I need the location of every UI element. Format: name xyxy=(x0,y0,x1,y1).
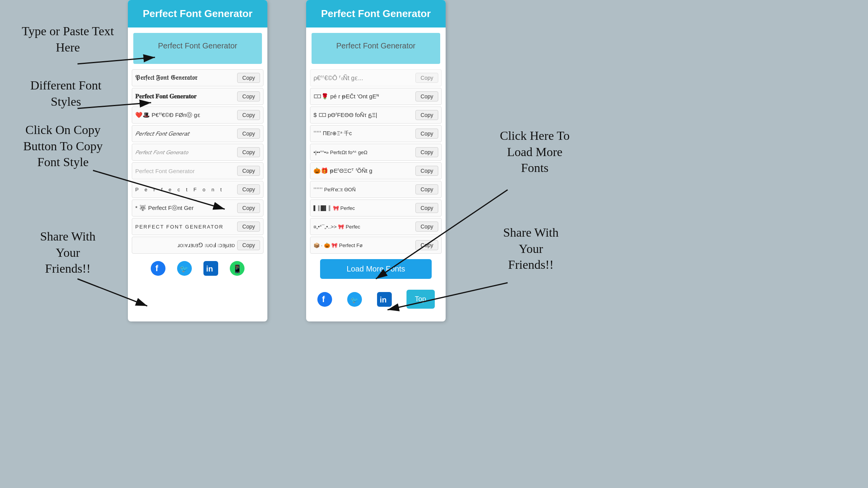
font-text-display: 🎃🎁 ᵽEᶠΘΞCᵀ ᶠÕÑt g xyxy=(313,167,413,174)
svg-text:f: f xyxy=(322,294,325,304)
table-row: 𝘗𝘦𝘳𝘧𝘦𝘤𝘵 𝘍𝘰𝘯𝘵 𝘎𝘦𝘯𝘦𝘳𝘢𝘵𝘰 Copy xyxy=(132,144,264,161)
copy-button[interactable]: Copy xyxy=(415,91,438,101)
table-row: ˈˈˈˈˈˈ PeЯ'e□τ ΘOÑ Copy xyxy=(310,181,442,198)
facebook-icon[interactable]: f xyxy=(150,261,166,276)
font-text-display: 𝐏𝐞𝐫𝐟𝐞𝐜𝐭 𝐅𝐨𝐧𝐭 𝐆𝐞𝐧𝐞𝐫𝐚𝐭𝐨𝐫 xyxy=(135,93,235,100)
annotation-click-copy: Click On CopyButton To CopyFont Style xyxy=(6,122,120,170)
linkedin-icon-right[interactable]: in xyxy=(377,292,392,307)
annotation-share-right: Share WithYourFriends!! xyxy=(477,225,585,273)
svg-text:📱: 📱 xyxy=(232,264,242,273)
linkedin-icon[interactable]: in xyxy=(203,261,219,276)
font-text-display: ▌║█▌║ 🎀 Perfec xyxy=(313,205,413,211)
table-row: 🀱🌹 pé r ᵽEČt 'Ont gEᴺ Copy xyxy=(310,88,442,105)
copy-button[interactable]: Copy xyxy=(415,129,438,139)
font-text-display: ¤„•°¯„•..>> 🎀 Perfec xyxy=(313,224,413,230)
copy-button[interactable]: Copy xyxy=(237,129,260,139)
font-text-display: PERFECT FONT GENERATOR xyxy=(135,224,235,230)
font-text-display: ˈˈˈˈˈ ΠΕr⊕Ξ̄ᵃ 千c xyxy=(313,130,413,137)
right-panel-header: Perfect Font Generator xyxy=(306,0,446,27)
svg-text:🐦: 🐦 xyxy=(180,265,189,273)
facebook-icon-right[interactable]: f xyxy=(317,292,332,307)
left-text-input[interactable]: Perfect Font Generator xyxy=(133,33,262,64)
copy-button[interactable]: Copy xyxy=(237,240,260,250)
twitter-icon[interactable]: 🐦 xyxy=(177,261,192,276)
table-row: ❤️🎩 P€ᶠᶠ€©Ð FØnⓄ gɛ Copy xyxy=(132,107,264,124)
font-text-display: $ 🀱 pΘᶠFEΘΘ foÑτ ᵷΞ| xyxy=(313,112,413,119)
copy-button[interactable]: Copy xyxy=(415,184,438,194)
right-text-input[interactable]: Perfect Font Generator xyxy=(312,33,440,64)
copy-button[interactable]: Copy xyxy=(237,73,260,83)
left-panel-header: Perfect Font Generator xyxy=(128,0,267,27)
table-row: 𝘗𝘦𝘳𝘧𝘦𝘤𝘵 𝘍𝘰𝘯𝘵 𝘎𝘦𝘯𝘦𝘳𝘢𝘵 Copy xyxy=(132,125,264,142)
font-text-display: 𝘗𝘦𝘳𝘧𝘦𝘤𝘵 𝘍𝘰𝘯𝘵 𝘎𝘦𝘯𝘦𝘳𝘢𝘵𝘰 xyxy=(135,149,235,156)
annotation-share-left: Share WithYourFriends!! xyxy=(19,229,116,277)
svg-text:🐦: 🐦 xyxy=(351,296,358,304)
table-row: Perfect Font Generator Copy xyxy=(132,162,264,179)
table-row: 🎃🎁 ᵽEᶠΘΞCᵀ ᶠÕÑt g Copy xyxy=(310,162,442,179)
font-text-display: ρ€ᶠᶠ€©Ō ᶠ₀Ñt gɛ... xyxy=(313,74,413,82)
social-share-row-left: f 🐦 in 📱 xyxy=(128,255,267,282)
copy-button[interactable]: Copy xyxy=(415,203,438,213)
copy-button[interactable]: Copy xyxy=(415,147,438,157)
top-button[interactable]: Top xyxy=(406,290,435,309)
copy-button[interactable]: Copy xyxy=(415,240,438,250)
table-row: $ 🀱 pΘᶠFEΘΘ foÑτ ᵷΞ| Copy xyxy=(310,107,442,124)
copy-button[interactable]: Copy xyxy=(237,184,260,194)
whatsapp-icon[interactable]: 📱 xyxy=(229,261,245,276)
load-more-button[interactable]: Load More Fonts xyxy=(320,259,432,279)
annotation-type-paste: Type or Paste TextHere xyxy=(12,23,124,55)
table-row: 𝔓𝔢𝔯𝔣𝔢𝔠𝔱 𝔉𝔬𝔫𝔱 𝔊𝔢𝔫𝔢𝔯𝔞𝔱𝔬𝔯 Copy xyxy=(132,69,264,86)
copy-button[interactable]: Copy xyxy=(415,110,438,120)
left-phone-panel: Perfect Font Generator Perfect Font Gene… xyxy=(128,0,267,321)
copy-button[interactable]: Copy xyxy=(237,110,260,120)
font-text-display: ˈˈˈˈˈˈ PeЯ'e□τ ΘOÑ xyxy=(313,187,413,192)
font-text-display: ❤️🎩 P€ᶠᶠ€©Ð FØnⓄ gɛ xyxy=(135,112,235,119)
font-text-display: P e r f e c t F o n t xyxy=(135,187,235,192)
table-row: ɹoʇɐɹǝuǝ⅁ ʇuoℲ ʇɔǝɟɹǝd Copy xyxy=(132,237,264,254)
table-row: ¤„•°¯„•..>> 🎀 Perfec Copy xyxy=(310,218,442,235)
font-text-display: •|••°°•» PerfεΩt fo^ˢ geΩ xyxy=(313,149,413,155)
table-row: •|••°°•» PerfεΩt fo^ˢ geΩ Copy xyxy=(310,144,442,161)
font-text-display: 𝔓𝔢𝔯𝔣𝔢𝔠𝔱 𝔉𝔬𝔫𝔱 𝔊𝔢𝔫𝔢𝔯𝔞𝔱𝔬𝔯 xyxy=(135,74,235,82)
font-text-display: ɹoʇɐɹǝuǝ⅁ ʇuoℲ ʇɔǝɟɹǝd xyxy=(135,242,235,249)
annotation-load-more: Click Here ToLoad MoreFonts xyxy=(477,128,593,176)
svg-text:in: in xyxy=(206,265,213,273)
font-text-display: 𝘗𝘦𝘳𝘧𝘦𝘤𝘵 𝘍𝘰𝘯𝘵 𝘎𝘦𝘯𝘦𝘳𝘢𝘵 xyxy=(135,130,235,137)
font-text-display: * 🐺 Perfect Fⓞnt Ger xyxy=(135,204,235,212)
table-row: * 🐺 Perfect Fⓞnt Ger Copy xyxy=(132,199,264,217)
copy-button[interactable]: Copy xyxy=(237,91,260,101)
social-share-row-right: f 🐦 in Top xyxy=(306,284,446,314)
table-row: P e r f e c t F o n t Copy xyxy=(132,181,264,198)
svg-text:f: f xyxy=(155,263,158,273)
font-text-display: 📦 · 🎃 🎀 Perfect Fø xyxy=(313,242,413,248)
table-row: 📦 · 🎃 🎀 Perfect Fø Copy xyxy=(310,237,442,254)
copy-button[interactable]: Copy xyxy=(415,166,438,176)
table-row: PERFECT FONT GENERATOR Copy xyxy=(132,218,264,235)
copy-button[interactable]: Copy xyxy=(237,166,260,176)
copy-button[interactable]: Copy xyxy=(237,222,260,232)
right-phone-panel: Perfect Font Generator Perfect Font Gene… xyxy=(306,0,446,321)
table-row: ρ€ᶠᶠ€©Ō ᶠ₀Ñt gɛ... Copy xyxy=(310,69,442,86)
font-text-display: Perfect Font Generator xyxy=(135,168,235,174)
copy-button[interactable]: Copy xyxy=(237,147,260,157)
annotation-different-fonts: Different FontStyles xyxy=(12,77,120,110)
table-row: ▌║█▌║ 🎀 Perfec Copy xyxy=(310,199,442,217)
svg-text:in: in xyxy=(380,296,387,304)
font-text-display: 🀱🌹 pé r ᵽEČt 'Ont gEᴺ xyxy=(313,93,413,100)
copy-button[interactable]: Copy xyxy=(415,222,438,232)
copy-button[interactable]: Copy xyxy=(237,203,260,213)
twitter-icon-right[interactable]: 🐦 xyxy=(347,292,362,307)
copy-button[interactable]: Copy xyxy=(415,73,438,83)
table-row: 𝐏𝐞𝐫𝐟𝐞𝐜𝐭 𝐅𝐨𝐧𝐭 𝐆𝐞𝐧𝐞𝐫𝐚𝐭𝐨𝐫 Copy xyxy=(132,88,264,105)
table-row: ˈˈˈˈˈ ΠΕr⊕Ξ̄ᵃ 千c Copy xyxy=(310,125,442,142)
